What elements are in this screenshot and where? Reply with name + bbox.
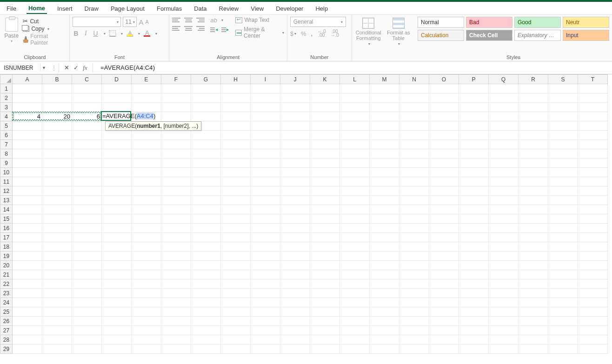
cell[interactable]	[578, 168, 608, 177]
cell[interactable]	[42, 270, 72, 279]
cell[interactable]	[578, 196, 608, 205]
increase-font-icon[interactable]: A	[139, 18, 143, 26]
accounting-format-icon[interactable]: $	[290, 30, 293, 37]
cell[interactable]	[399, 140, 429, 149]
cell[interactable]	[72, 224, 102, 233]
cell[interactable]	[459, 307, 489, 317]
cell[interactable]	[132, 233, 161, 242]
cell[interactable]	[429, 186, 459, 196]
cell[interactable]	[399, 196, 429, 205]
cell[interactable]	[370, 270, 399, 279]
cell[interactable]	[340, 242, 370, 251]
cell[interactable]	[370, 196, 399, 205]
column-header[interactable]: N	[399, 75, 429, 84]
cell[interactable]	[42, 326, 72, 335]
cell[interactable]	[221, 261, 251, 270]
cell[interactable]	[191, 205, 221, 214]
cell[interactable]	[72, 317, 102, 326]
row-header[interactable]: 8	[0, 149, 13, 159]
cell[interactable]	[340, 140, 370, 149]
cell[interactable]	[548, 279, 578, 289]
cell[interactable]	[191, 344, 221, 354]
cell[interactable]	[519, 140, 548, 149]
cell[interactable]	[280, 214, 310, 224]
cell[interactable]	[161, 270, 191, 279]
cell[interactable]	[132, 270, 161, 279]
cell[interactable]	[221, 103, 251, 112]
cell[interactable]	[459, 224, 489, 233]
cell[interactable]	[340, 131, 370, 140]
cell[interactable]	[132, 214, 161, 224]
cell[interactable]	[13, 168, 42, 177]
cell[interactable]	[132, 186, 161, 196]
cell[interactable]	[72, 196, 102, 205]
decrease-indent-icon[interactable]	[210, 26, 219, 33]
cell[interactable]	[519, 289, 548, 298]
cell[interactable]	[399, 251, 429, 261]
cell[interactable]	[399, 214, 429, 224]
cell[interactable]	[191, 270, 221, 279]
cell[interactable]	[191, 224, 221, 233]
cell[interactable]	[161, 289, 191, 298]
cell[interactable]	[132, 344, 161, 354]
cell[interactable]	[340, 261, 370, 270]
cell[interactable]	[72, 140, 102, 149]
cell[interactable]	[429, 344, 459, 354]
cell[interactable]	[251, 270, 280, 279]
cell[interactable]	[310, 140, 340, 149]
cell[interactable]	[489, 317, 519, 326]
cell[interactable]	[280, 93, 310, 103]
cell[interactable]	[459, 149, 489, 159]
cell[interactable]	[132, 289, 161, 298]
cell[interactable]	[459, 168, 489, 177]
cell[interactable]	[459, 242, 489, 251]
cell[interactable]	[161, 140, 191, 149]
cell[interactable]	[221, 233, 251, 242]
enter-formula-button[interactable]: ✓	[71, 64, 80, 71]
style-calculation[interactable]: Calculation	[418, 30, 464, 41]
cell[interactable]	[340, 335, 370, 344]
cell[interactable]	[161, 196, 191, 205]
chevron-down-icon[interactable]: ▾	[11, 39, 13, 43]
cell[interactable]	[191, 279, 221, 289]
cell[interactable]	[429, 233, 459, 242]
cell[interactable]	[251, 251, 280, 261]
style-bad[interactable]: Bad	[466, 17, 512, 28]
cell[interactable]	[340, 279, 370, 289]
cell[interactable]	[221, 279, 251, 289]
cell[interactable]	[132, 196, 161, 205]
cell[interactable]	[459, 112, 489, 121]
chevron-down-icon[interactable]: ▾	[104, 32, 106, 36]
cell[interactable]	[310, 335, 340, 344]
cell[interactable]	[191, 149, 221, 159]
cell[interactable]	[340, 317, 370, 326]
row-header[interactable]: 27	[0, 326, 13, 335]
cell[interactable]	[489, 335, 519, 344]
cell[interactable]	[399, 224, 429, 233]
cell[interactable]	[221, 326, 251, 335]
chevron-down-icon[interactable]: ▾	[138, 32, 140, 36]
cell[interactable]	[399, 205, 429, 214]
column-header[interactable]: P	[459, 75, 489, 84]
cell[interactable]	[310, 84, 340, 93]
cell[interactable]	[42, 233, 72, 242]
row-header[interactable]: 7	[0, 140, 13, 149]
row-header[interactable]: 14	[0, 205, 13, 214]
cell[interactable]	[221, 335, 251, 344]
row-header[interactable]: 26	[0, 317, 13, 326]
cell[interactable]	[161, 159, 191, 168]
row-header[interactable]: 4	[0, 112, 13, 121]
cell[interactable]	[489, 159, 519, 168]
cell[interactable]	[102, 214, 132, 224]
cell[interactable]	[310, 121, 340, 131]
tab-draw[interactable]: Draw	[83, 3, 100, 13]
cell[interactable]	[370, 233, 399, 242]
cell[interactable]	[370, 335, 399, 344]
cell[interactable]	[132, 242, 161, 251]
align-center[interactable]	[184, 25, 193, 32]
cell[interactable]	[191, 251, 221, 261]
number-format-select[interactable]: General ▾	[290, 17, 346, 27]
cell[interactable]	[42, 177, 72, 186]
cell[interactable]	[459, 196, 489, 205]
chevron-down-icon[interactable]: ▾	[155, 32, 157, 36]
